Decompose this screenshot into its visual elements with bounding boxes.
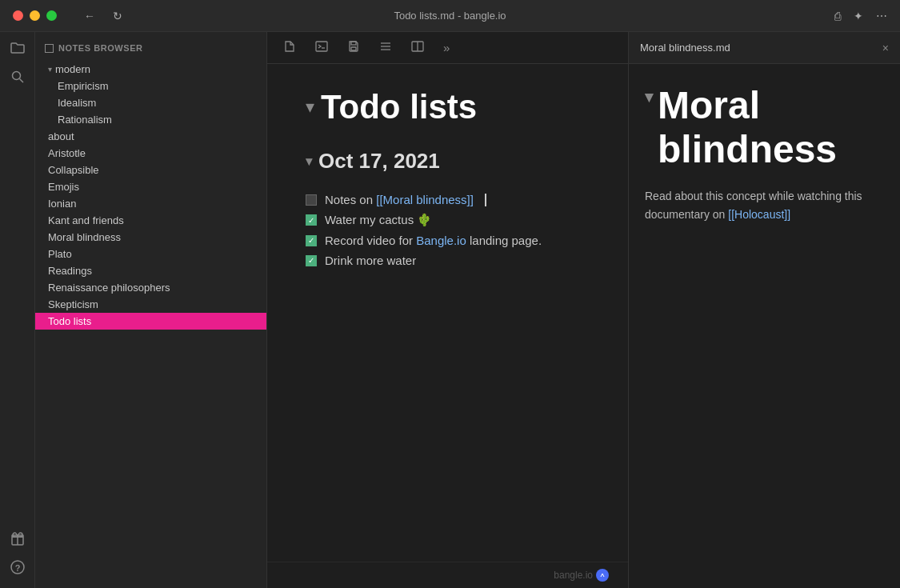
sidebar-item-label: Plato bbox=[48, 248, 72, 260]
folder-icon[interactable] bbox=[10, 40, 26, 56]
todo-text-3: Record video for Bangle.io landing page. bbox=[325, 234, 542, 247]
svg-text:?: ? bbox=[14, 563, 20, 573]
sidebar-item-idealism[interactable]: Idealism bbox=[35, 94, 266, 111]
sidebar-item-label: Aristotle bbox=[48, 147, 86, 159]
todo-checkbox-3[interactable]: ✓ bbox=[306, 235, 317, 246]
holocaust-link[interactable]: [[Holocaust]] bbox=[728, 208, 790, 221]
todo-item: Notes on [[Moral blindness]] bbox=[306, 190, 590, 210]
traffic-lights: ← ↻ bbox=[13, 8, 127, 24]
icon-sidebar: ? bbox=[0, 32, 35, 588]
editor-footer: bangle.io bbox=[267, 562, 628, 588]
sidebar-item-rationalism[interactable]: Rationalism bbox=[35, 111, 266, 128]
notes-browser-checkbox[interactable] bbox=[45, 44, 54, 53]
minimize-button[interactable] bbox=[30, 10, 40, 21]
note-collapse-icon[interactable]: ▾ bbox=[645, 88, 653, 106]
chevron-down-icon: ▾ bbox=[48, 65, 52, 74]
todo-text-2: Water my cactus 🌵 bbox=[325, 213, 432, 227]
editor-area: » ▾ Todo lists ▾ Oct 17, 2021 Notes on [… bbox=[267, 32, 628, 588]
sidebar-item-ionian[interactable]: Ionian bbox=[35, 195, 266, 212]
sidebar-item-emojis[interactable]: Emojis bbox=[35, 178, 266, 195]
app-body: ? NOTES BROWSER ▾ modern Empiricism Idea… bbox=[0, 32, 900, 588]
sidebar-item-todo-lists[interactable]: Todo lists bbox=[35, 313, 266, 330]
sidebar-item-label: Emojis bbox=[48, 181, 79, 193]
window-title: Todo lists.md - bangle.io bbox=[394, 10, 506, 22]
sidebar-item-label: Rationalism bbox=[58, 114, 112, 126]
moral-blindness-link[interactable]: [[Moral blindness]] bbox=[376, 193, 474, 206]
more-toolbar-icon[interactable]: » bbox=[440, 38, 453, 58]
new-file-icon[interactable] bbox=[280, 37, 299, 58]
sidebar-item-readings[interactable]: Readings bbox=[35, 262, 266, 279]
list-icon[interactable] bbox=[376, 37, 395, 58]
todo-checkbox-1[interactable] bbox=[306, 194, 317, 206]
titlebar: ← ↻ Todo lists.md - bangle.io ⎙ ✦ ⋯ bbox=[0, 0, 900, 32]
search-icon[interactable] bbox=[10, 69, 26, 85]
sidebar-item-label: Empiricism bbox=[58, 80, 109, 92]
sidebar-item-label: Readings bbox=[48, 265, 92, 277]
brand-icon bbox=[596, 569, 609, 582]
todo-checkbox-2[interactable]: ✓ bbox=[306, 214, 317, 226]
extensions-icon[interactable]: ✦ bbox=[854, 10, 863, 22]
help-icon[interactable]: ? bbox=[10, 559, 26, 575]
todo-item: ✓ Drink more water bbox=[306, 250, 590, 270]
split-icon[interactable] bbox=[408, 37, 427, 58]
todo-checkbox-4[interactable]: ✓ bbox=[306, 255, 317, 266]
gift-icon[interactable] bbox=[10, 530, 26, 546]
cactus-emoji: 🌵 bbox=[417, 213, 432, 226]
nav-buttons: ← ↻ bbox=[79, 8, 127, 24]
sidebar-item-moral-blindness[interactable]: Moral blindness bbox=[35, 229, 266, 246]
sidebar-item-collapsible[interactable]: Collapsible bbox=[35, 162, 266, 178]
close-button[interactable] bbox=[13, 10, 23, 21]
sidebar-header: NOTES BROWSER bbox=[35, 38, 266, 61]
note-title: ▾ Moral blindness bbox=[645, 83, 884, 171]
save-icon[interactable] bbox=[344, 37, 363, 58]
sidebar-item-about[interactable]: about bbox=[35, 128, 266, 145]
right-panel: Moral blindness.md × ▾ Moral blindness R… bbox=[628, 32, 900, 588]
sidebar-item-label: Collapsible bbox=[48, 164, 99, 176]
sidebar-item-label: Moral blindness bbox=[48, 231, 121, 243]
maximize-button[interactable] bbox=[46, 10, 57, 21]
right-panel-header: Moral blindness.md × bbox=[629, 32, 900, 64]
section-collapse-icon[interactable]: ▾ bbox=[306, 154, 312, 169]
svg-point-16 bbox=[599, 572, 606, 579]
close-panel-button[interactable]: × bbox=[882, 42, 889, 54]
forward-button[interactable]: ↻ bbox=[108, 8, 127, 24]
svg-rect-9 bbox=[351, 42, 356, 45]
text-cursor bbox=[485, 194, 486, 206]
sidebar-item-skepticism[interactable]: Skepticism bbox=[35, 296, 266, 313]
file-sidebar: NOTES BROWSER ▾ modern Empiricism Ideali… bbox=[35, 32, 267, 588]
svg-point-0 bbox=[12, 72, 20, 80]
svg-line-1 bbox=[19, 79, 23, 83]
terminal-icon[interactable] bbox=[312, 37, 331, 58]
collapse-arrow-icon[interactable]: ▾ bbox=[306, 97, 314, 118]
titlebar-right-icons: ⎙ ✦ ⋯ bbox=[834, 10, 887, 22]
sidebar-header-label: NOTES BROWSER bbox=[58, 43, 143, 53]
todo-text-4: Drink more water bbox=[325, 254, 416, 267]
section-date: ▾ Oct 17, 2021 bbox=[306, 149, 590, 174]
document-title: ▾ Todo lists bbox=[306, 88, 590, 126]
sidebar-item-plato[interactable]: Plato bbox=[35, 246, 266, 262]
sidebar-item-renaissance[interactable]: Renaissance philosophers bbox=[35, 279, 266, 296]
more-icon[interactable]: ⋯ bbox=[876, 10, 887, 22]
note-body: Read about this concept while watching t… bbox=[645, 187, 884, 223]
todo-list: Notes on [[Moral blindness]] ✓ Water my … bbox=[306, 190, 590, 270]
back-button[interactable]: ← bbox=[79, 8, 100, 24]
share-icon[interactable]: ⎙ bbox=[834, 10, 841, 22]
icon-sidebar-top bbox=[10, 40, 26, 85]
sidebar-item-empiricism[interactable]: Empiricism bbox=[35, 78, 266, 94]
sidebar-item-modern[interactable]: ▾ modern bbox=[35, 61, 266, 78]
sidebar-item-kant[interactable]: Kant and friends bbox=[35, 212, 266, 229]
editor-toolbar: » bbox=[267, 32, 628, 64]
right-panel-content: ▾ Moral blindness Read about this concep… bbox=[629, 64, 900, 588]
sidebar-item-label: Idealism bbox=[58, 97, 96, 109]
right-panel-title: Moral blindness.md bbox=[640, 42, 730, 54]
bangle-link[interactable]: Bangle.io bbox=[416, 234, 466, 247]
note-title-text: Moral blindness bbox=[658, 83, 837, 171]
brand-footer: bangle.io bbox=[554, 569, 609, 582]
sidebar-item-label: Kant and friends bbox=[48, 214, 124, 226]
editor-content[interactable]: ▾ Todo lists ▾ Oct 17, 2021 Notes on [[M… bbox=[267, 64, 628, 562]
todo-item: ✓ Record video for Bangle.io landing pag… bbox=[306, 230, 590, 250]
sidebar-item-aristotle[interactable]: Aristotle bbox=[35, 145, 266, 162]
todo-item: ✓ Water my cactus 🌵 bbox=[306, 210, 590, 230]
sidebar-item-label: Skepticism bbox=[48, 298, 98, 310]
svg-rect-10 bbox=[351, 47, 356, 50]
